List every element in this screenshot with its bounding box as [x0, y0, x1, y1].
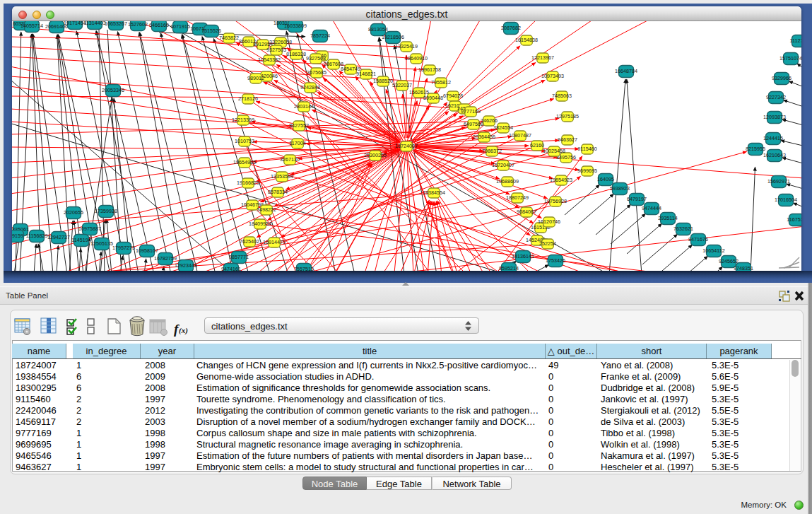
- svg-text:9748351: 9748351: [734, 265, 753, 271]
- svg-text:2087682: 2087682: [501, 25, 521, 31]
- svg-text:9146821: 9146821: [356, 71, 376, 77]
- svg-text:3267130: 3267130: [280, 156, 300, 163]
- svg-text:10025458: 10025458: [543, 148, 565, 154]
- svg-text:12213369: 12213369: [232, 117, 254, 123]
- svg-text:10958107: 10958107: [136, 247, 158, 254]
- svg-text:8186328: 8186328: [286, 51, 306, 57]
- svg-text:9242848: 9242848: [300, 84, 320, 90]
- svg-text:9699695: 9699695: [577, 168, 597, 174]
- svg-text:7463822: 7463822: [219, 35, 239, 41]
- svg-text:7955812: 7955812: [431, 79, 451, 86]
- svg-text:19654985: 19654985: [233, 159, 256, 165]
- svg-text:16033809: 16033809: [284, 23, 307, 29]
- svg-text:2020655: 2020655: [64, 209, 83, 216]
- svg-text:1588520: 1588520: [373, 78, 393, 84]
- svg-text:9777169: 9777169: [461, 108, 481, 115]
- svg-text:1167534: 1167534: [787, 216, 801, 223]
- svg-text:1112734: 1112734: [790, 37, 801, 44]
- svg-text:12975185: 12975185: [556, 113, 579, 119]
- svg-text:19166829: 19166829: [237, 180, 259, 186]
- svg-text:16782759: 16782759: [154, 255, 177, 262]
- svg-text:19654923: 19654923: [550, 177, 572, 183]
- svg-text:13325419: 13325419: [395, 43, 418, 49]
- svg-text:2803144: 2803144: [294, 103, 314, 110]
- svg-text:19756928: 19756928: [544, 198, 567, 204]
- svg-text:25300255: 25300255: [364, 152, 387, 158]
- svg-text:15751074: 15751074: [779, 55, 801, 62]
- svg-text:7485063: 7485063: [552, 93, 572, 99]
- svg-text:(x): (x): [179, 326, 188, 335]
- svg-text:62160: 62160: [530, 142, 544, 148]
- svg-text:7557513: 7557513: [294, 266, 314, 271]
- svg-text:1010753: 1010753: [235, 138, 254, 144]
- svg-text:18640910: 18640910: [405, 55, 428, 62]
- svg-text:16120746: 16120746: [538, 218, 560, 225]
- svg-text:10807487: 10807487: [509, 132, 531, 139]
- svg-text:16914479: 16914479: [263, 239, 286, 245]
- svg-text:12942737: 12942737: [47, 234, 70, 240]
- svg-text:12213967: 12213967: [531, 54, 554, 61]
- svg-text:10688609: 10688609: [496, 178, 519, 185]
- svg-text:6479197: 6479197: [627, 196, 647, 202]
- svg-text:16154838: 16154838: [515, 37, 538, 43]
- svg-text:18724007: 18724007: [395, 143, 418, 149]
- svg-text:39159: 39159: [12, 233, 23, 239]
- svg-text:12093873: 12093873: [763, 114, 786, 120]
- svg-text:10973493: 10973493: [541, 73, 564, 79]
- svg-text:9463627: 9463627: [558, 136, 577, 143]
- svg-text:13353594: 13353594: [271, 173, 293, 180]
- svg-text:11314403: 11314403: [83, 21, 105, 26]
- svg-text:8215955: 8215955: [746, 146, 765, 152]
- svg-text:10653267: 10653267: [105, 21, 127, 27]
- svg-text:6794028: 6794028: [443, 93, 463, 99]
- svg-text:7857224: 7857224: [310, 33, 330, 39]
- svg-text:3498222: 3498222: [257, 206, 276, 213]
- svg-text:7632621: 7632621: [673, 226, 693, 232]
- svg-text:7515526: 7515526: [201, 28, 221, 34]
- svg-text:19171454: 19171454: [64, 21, 86, 26]
- svg-text:18409934: 18409934: [249, 221, 271, 227]
- svg-text:20053346: 20053346: [102, 87, 124, 93]
- svg-text:1071915: 1071915: [170, 23, 190, 30]
- svg-text:18807249: 18807249: [506, 194, 529, 201]
- svg-text:2935114: 2935114: [658, 215, 677, 221]
- svg-text:5938923: 5938923: [610, 185, 630, 192]
- svg-text:164095: 164095: [597, 176, 614, 182]
- svg-text:11156829: 11156829: [26, 233, 48, 239]
- svg-text:16648784: 16648784: [615, 68, 637, 74]
- svg-text:14136141: 14136141: [512, 253, 534, 259]
- svg-text:8427552: 8427552: [289, 122, 309, 129]
- svg-text:9329966: 9329966: [772, 75, 792, 81]
- svg-text:8578334: 8578334: [268, 189, 288, 195]
- svg-text:1244415: 1244415: [763, 135, 783, 141]
- svg-text:9115460: 9115460: [577, 146, 596, 152]
- svg-text:989012: 989012: [247, 75, 264, 81]
- svg-text:7625402: 7625402: [240, 238, 259, 245]
- svg-text:15692971: 15692971: [767, 178, 790, 185]
- svg-text:9227342: 9227342: [766, 94, 786, 100]
- svg-text:8990448: 8990448: [423, 95, 443, 101]
- svg-text:9245652: 9245652: [719, 258, 739, 264]
- svg-text:17957275: 17957275: [112, 245, 135, 251]
- svg-text:2718126: 2718126: [238, 95, 258, 102]
- svg-text:19218506: 19218506: [382, 34, 404, 40]
- svg-text:16961758: 16961758: [418, 66, 441, 73]
- svg-text:19384554: 19384554: [423, 189, 445, 196]
- svg-text:117004: 117004: [289, 140, 305, 146]
- svg-text:8813054: 8813054: [368, 26, 388, 33]
- svg-text:17016504: 17016504: [775, 197, 797, 203]
- svg-text:15720407: 15720407: [492, 162, 514, 168]
- svg-text:252254: 252254: [539, 240, 556, 247]
- svg-text:23226058: 23226058: [269, 39, 292, 45]
- svg-text:3675685: 3675685: [307, 69, 326, 76]
- svg-text:10654112: 10654112: [702, 247, 724, 254]
- svg-text:12923448: 12923448: [175, 262, 197, 269]
- svg-text:5322037: 5322037: [392, 82, 412, 88]
- svg-text:1527602: 1527602: [128, 21, 148, 28]
- svg-text:9474444: 9474444: [642, 205, 661, 211]
- svg-text:1753426: 1753426: [546, 257, 565, 264]
- svg-text:12505135: 12505135: [90, 240, 113, 247]
- svg-text:1145194: 1145194: [71, 237, 90, 243]
- svg-text:14055714: 14055714: [20, 23, 43, 29]
- svg-text:17359928: 17359928: [95, 208, 117, 214]
